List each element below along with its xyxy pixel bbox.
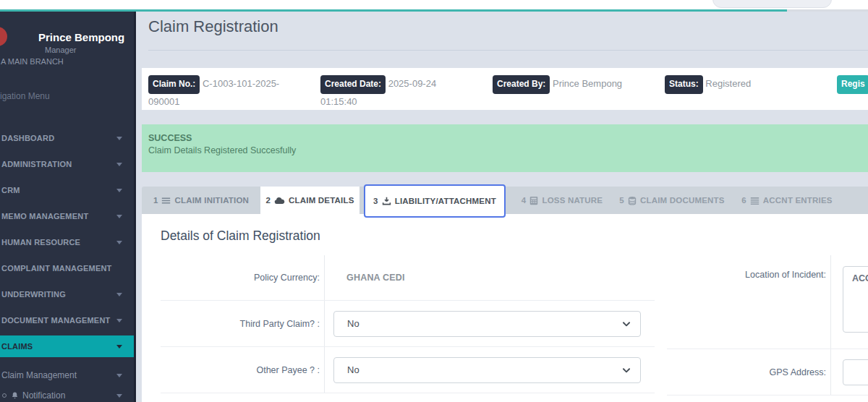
claim-number-badge: Claim No.: (148, 75, 200, 94)
tab-loss-nature[interactable]: 4 LOSS NATURE (516, 187, 608, 214)
tab-accnt-entries[interactable]: 6 ACCNT ENTRIES (736, 187, 838, 214)
sidebar-item-label: DOCUMENT MANAGEMENT (1, 316, 110, 325)
chevron-down-icon (116, 345, 122, 348)
tab-strip: 1 CLAIM INITIATION 2 CLAIM DETAILS 3 LIA… (142, 187, 868, 214)
sidebar-item-label: DASHBOARD (1, 134, 54, 142)
location-textarea[interactable]: ACC (843, 266, 868, 333)
calculator-icon (529, 196, 538, 205)
sidebar-item-administration[interactable]: ADMINISTRATION (0, 153, 134, 175)
sidebar-item-complaint-management[interactable]: COMPLAINT MANAGEMENT (0, 257, 134, 279)
tab-number: 2 (265, 196, 271, 205)
list-icon (161, 196, 171, 205)
sidebar-item-claims[interactable]: CLAIMS (0, 335, 134, 357)
registered-date-field: Regis 01:15 (837, 75, 868, 110)
bullet-icon (2, 393, 7, 398)
other-payee-selected-value: No (347, 364, 359, 375)
sidebar-item-crm[interactable]: CRM (0, 179, 134, 201)
tab-label: CLAIM DOCUMENTS (640, 196, 725, 205)
sidebar: Prince Bempong Manager A MAIN BRANCH iga… (0, 12, 136, 402)
location-row: Location of Incident: ACC (667, 255, 868, 349)
notification-icon (11, 391, 19, 400)
sidebar-subitem-label: Claim Management (1, 370, 77, 380)
user-role: Manager (45, 46, 76, 54)
chevron-down-icon (116, 215, 122, 218)
section-heading: Details of Claim Registration (161, 228, 320, 244)
sidebar-item-label: ADMINISTRATION (1, 160, 72, 168)
sidebar-item-label: COMPLAINT MANAGEMENT (1, 264, 112, 273)
chevron-down-icon (116, 319, 122, 322)
chevron-down-icon (116, 137, 122, 140)
tab-label: CLAIM INITIATION (174, 196, 249, 205)
user-avatar[interactable] (0, 27, 7, 46)
tab-label: CLAIM DETAILS (289, 196, 354, 205)
tab-label: LIABILITY/ATTACHMENT (395, 197, 496, 205)
claim-info-bar: Claim No.: C-1003-101-2025-090001 Create… (142, 68, 868, 110)
sidebar-item-label: HUMAN RESOURCE (1, 238, 80, 247)
third-party-select[interactable]: No (333, 311, 641, 337)
created-by-field: Created By: Prince Bempong (493, 75, 644, 110)
registered-date-badge: Regis (837, 75, 868, 94)
sidebar-item-document-management[interactable]: DOCUMENT MANAGEMENT (0, 309, 134, 331)
chevron-down-icon (116, 293, 122, 296)
gps-label: GPS Address: (667, 349, 830, 395)
policy-currency-row: Policy Currency: GHANA CEDI (161, 255, 655, 301)
navigation-menu-label: igation Menu (0, 91, 50, 101)
chevron-down-icon (621, 365, 631, 375)
other-payee-row: Other Payee ? : No (161, 347, 655, 393)
location-label: Location of Incident: (667, 255, 830, 348)
status-value: Registered (705, 78, 751, 89)
third-party-label: Third Party Claim? : (161, 301, 324, 346)
chevron-down-icon (116, 374, 122, 377)
status-badge: Status: (665, 75, 703, 94)
created-date-field: Created Date: 2025-09-24 01:15:40 (320, 75, 472, 110)
sidebar-item-label: UNDERWRITING (1, 290, 66, 299)
gps-row: GPS Address: (667, 349, 868, 395)
top-white-strip (0, 0, 868, 9)
page-title: Claim Registration (148, 17, 278, 36)
form-left-column: Policy Currency: GHANA CEDI Third Party … (161, 255, 655, 393)
top-progress-track (0, 9, 868, 12)
alert-message: Claim Details Registered Succesfully (148, 145, 868, 155)
database-icon (628, 196, 637, 205)
sidebar-item-label: CRM (1, 186, 20, 194)
created-by-badge: Created By: (493, 75, 550, 94)
chevron-down-icon (621, 319, 631, 329)
success-alert: SUCCESS Claim Details Registered Succesf… (142, 124, 868, 172)
download-icon (382, 197, 391, 206)
gps-input[interactable] (843, 359, 868, 385)
sidebar-subitem-label: Notification (22, 390, 65, 401)
chevron-down-icon (116, 394, 122, 398)
sidebar-subitem-claim-management[interactable]: Claim Management (0, 366, 134, 385)
sidebar-item-human-resource[interactable]: HUMAN RESOURCE (0, 231, 134, 253)
alert-title: SUCCESS (148, 133, 868, 143)
sidebar-item-memo-management[interactable]: MEMO MANAGEMENT (0, 205, 134, 227)
created-date-badge: Created Date: (320, 75, 386, 94)
tab-label: ACCNT ENTRIES (763, 196, 833, 205)
status-field: Status: Registered (665, 75, 817, 110)
third-party-selected-value: No (347, 318, 359, 329)
tab-liability-attachment[interactable]: 3 LIABILITY/ATTACHMENT (364, 184, 506, 218)
sidebar-item-underwriting[interactable]: UNDERWRITING (0, 283, 134, 305)
sidebar-item-label: CLAIMS (1, 342, 33, 351)
tab-label: LOSS NATURE (542, 196, 603, 205)
user-branch: A MAIN BRANCH (1, 57, 64, 66)
claim-number-field: Claim No.: C-1003-101-2025-090001 (148, 75, 300, 110)
user-name: Prince Bempong (38, 31, 124, 43)
app-window: Prince Bempong Manager A MAIN BRANCH iga… (0, 0, 868, 402)
other-payee-select[interactable]: No (333, 357, 641, 383)
top-right-pill (712, 0, 832, 8)
tab-claim-initiation[interactable]: 1 CLAIM INITIATION (148, 187, 254, 214)
tab-number: 1 (153, 196, 158, 205)
policy-currency-label: Policy Currency: (161, 255, 324, 300)
sidebar-subitem-notification[interactable]: Notification (0, 386, 134, 402)
top-progress-fill (0, 9, 787, 12)
created-by-value: Prince Bempong (553, 78, 622, 89)
tab-number: 6 (741, 196, 746, 205)
other-payee-label: Other Payee ? : (161, 347, 324, 393)
tab-claim-documents[interactable]: 5 CLAIM DOCUMENTS (613, 187, 731, 214)
rows-icon (750, 196, 760, 205)
tab-number: 4 (522, 196, 527, 205)
sidebar-item-dashboard[interactable]: DASHBOARD (0, 127, 134, 149)
tab-claim-details[interactable]: 2 CLAIM DETAILS (260, 187, 359, 214)
title-divider (148, 50, 868, 51)
